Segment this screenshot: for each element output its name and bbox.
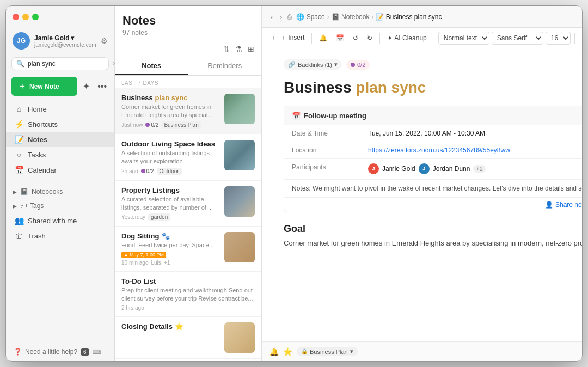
bell-icon[interactable]: 🔔: [270, 347, 279, 356]
more-options-button[interactable]: •••: [95, 79, 109, 94]
page-icon: ⎙: [287, 13, 292, 21]
goal-section: Goal Corner market for green homes in Em…: [284, 223, 583, 249]
maximize-btn[interactable]: [32, 14, 39, 20]
editor-toolbar: ＋ ＋ Insert 🔔 📅 ↺ ↻ ✦ AI Cleanup: [262, 28, 583, 48]
meeting-header[interactable]: 📅 Follow-up meeting ▲: [284, 106, 583, 125]
nav-section: ⌂ Home ⚡ Shortcuts 📝 Notes ○ Tasks 📅 Cal…: [6, 99, 114, 180]
meeting-body: Date & Time Tue, Jun 15, 2022, 10:00 AM …: [284, 125, 583, 212]
reminder-badge: ▲ May 7, 1:00 PM: [121, 252, 166, 258]
sort-icon[interactable]: ⇅: [222, 43, 231, 55]
calendar-icon: 📅: [336, 34, 344, 42]
help-row[interactable]: ❓ Need a little help? 6 ⌨: [6, 342, 114, 361]
new-note-button[interactable]: ＋ New Note: [11, 77, 77, 96]
filter-icon[interactable]: ⚗: [234, 43, 244, 55]
calendar-icon: 📅: [15, 166, 23, 174]
sidebar: JG Jamie Gold ▾ jamiegold@evernote.com ⚙…: [6, 6, 115, 361]
ai-icon-button[interactable]: ✦: [81, 79, 92, 94]
footer-tag[interactable]: 🔒 Business Plan ▾: [297, 347, 358, 356]
list-item[interactable]: To-Do List Prep for client meeting and w…: [115, 272, 261, 317]
note-icon: 📝: [376, 13, 384, 21]
forward-arrow-icon: ›: [280, 13, 283, 21]
trash-icon: 🗑: [15, 231, 23, 240]
meeting-icon: 📅: [292, 112, 301, 120]
alarm-button[interactable]: 🔔: [316, 32, 330, 44]
tab-notes[interactable]: Notes: [115, 57, 188, 75]
tab-reminders[interactable]: Reminders: [188, 57, 262, 75]
sidebar-item-notes[interactable]: 📝 Notes: [6, 132, 114, 147]
back-button[interactable]: ‹: [270, 11, 274, 22]
calendar-button[interactable]: 📅: [333, 32, 347, 44]
tags-group[interactable]: ▶ 🏷 Tags: [6, 199, 114, 213]
participant-count: +2: [473, 165, 486, 173]
sidebar-item-calendar[interactable]: 📅 Calendar: [6, 162, 114, 178]
view-icon[interactable]: ⊞: [246, 43, 256, 55]
text-style-select[interactable]: Normal text Heading 1 Heading 2: [438, 32, 489, 45]
notebooks-group[interactable]: ▶ 📓 Notebooks: [6, 185, 114, 199]
note-meta: Yesterday garden: [121, 213, 220, 221]
font-select[interactable]: Sans Serif Serif Monospace: [492, 32, 543, 45]
note-meta: 2h ago 0/2 Outdoor: [121, 168, 220, 175]
color-button[interactable]: [579, 32, 583, 44]
task-badge: 0/2: [145, 122, 158, 128]
notes-toolbar: ⇅ ⚗ ⊞: [115, 41, 261, 57]
note-editor: ‹ › ⎙ 🌐 Space › 📓 Notebook › 📝 Bus: [262, 6, 583, 361]
note-title: Outdoor Living Space Ideas: [121, 140, 220, 148]
undo-icon: ↺: [353, 34, 358, 42]
toolbar-separator: [574, 33, 575, 44]
avatar: JG: [13, 32, 30, 50]
note-tag: garden: [148, 213, 170, 221]
notes-tabs: Notes Reminders: [115, 57, 261, 76]
notes-list-panel: Notes 97 notes ⇅ ⚗ ⊞ Notes Reminders LAS…: [115, 6, 262, 361]
search-input[interactable]: [28, 60, 109, 68]
help-icon: ❓: [14, 348, 22, 356]
notebooks-icon: 📓: [20, 188, 28, 195]
notes-icon: 📝: [15, 135, 23, 144]
plus-icon: ＋: [18, 81, 27, 92]
list-item[interactable]: Dog Sitting 🐾 Food: Feed twice per day. …: [115, 227, 261, 271]
user-email: jamiegold@evernote.com: [34, 42, 96, 48]
breadcrumb-space[interactable]: 🌐 Space: [296, 13, 324, 21]
share-participant-button[interactable]: 👤 Share note with participant: [545, 201, 583, 209]
title-highlight: plan sync: [356, 79, 426, 96]
backlinks-chip[interactable]: 🔗 Backlinks (1) ▾: [284, 59, 342, 70]
note-meta-2: 10 min ago Luis +1: [121, 260, 220, 266]
list-item[interactable]: Property Listings A curated selection of…: [115, 181, 261, 227]
notes-count: 97 notes: [122, 29, 254, 36]
list-item[interactable]: Closing Details ⭐: [115, 317, 261, 359]
insert-button[interactable]: ＋ ＋ Insert: [267, 31, 308, 45]
note-title: Closing Details ⭐: [121, 322, 220, 331]
undo-button[interactable]: ↺: [350, 32, 362, 44]
sidebar-item-shared[interactable]: 👥 Shared with me: [6, 213, 114, 228]
note-thumbnail: [224, 322, 255, 353]
sidebar-item-home[interactable]: ⌂ Home: [6, 101, 114, 117]
note-title: Property Listings: [121, 186, 220, 194]
sidebar-item-shortcuts[interactable]: ⚡ Shortcuts: [6, 117, 114, 132]
note-thumbnail: [224, 232, 255, 262]
task-chip[interactable]: 0/2: [346, 60, 370, 70]
redo-button[interactable]: ↻: [364, 32, 376, 44]
close-btn[interactable]: [13, 14, 19, 20]
font-size-select[interactable]: 16 14 18: [546, 32, 571, 45]
star-icon[interactable]: ⭐: [283, 347, 292, 356]
meeting-link[interactable]: https://zereatlors.zoom.us/1223456789/55…: [368, 146, 510, 154]
settings-icon[interactable]: ⚙: [101, 36, 108, 45]
toolbar-separator: [311, 33, 312, 44]
note-meta: ▲ May 7, 1:00 PM: [121, 252, 220, 258]
breadcrumb-notebook[interactable]: 📓 Notebook: [332, 13, 370, 21]
note-tag: Outdoor: [157, 168, 182, 175]
keyboard-icon: ⌨: [93, 348, 101, 356]
note-excerpt: Corner market for green homes in Emerald…: [121, 103, 220, 120]
search-box: 🔍 ×: [11, 57, 109, 70]
list-item[interactable]: Outdoor Living Space Ideas A selection o…: [115, 134, 261, 181]
breadcrumb-note[interactable]: 📝 Business plan sync: [376, 13, 442, 21]
participant-avatar: J: [368, 163, 379, 174]
ai-cleanup-button[interactable]: ✦ AI Cleanup: [384, 32, 430, 44]
list-item[interactable]: Business plan sync Corner market for gre…: [115, 88, 261, 134]
user-profile[interactable]: JG Jamie Gold ▾ jamiegold@evernote.com ⚙: [6, 28, 114, 54]
minimize-btn[interactable]: [22, 14, 29, 20]
lock-icon: 🔒: [301, 348, 308, 354]
note-title: To-Do List: [121, 277, 255, 285]
sidebar-item-tasks[interactable]: ○ Tasks: [6, 147, 114, 162]
forward-button[interactable]: ›: [279, 11, 284, 22]
sidebar-item-trash[interactable]: 🗑 Trash: [6, 228, 114, 243]
